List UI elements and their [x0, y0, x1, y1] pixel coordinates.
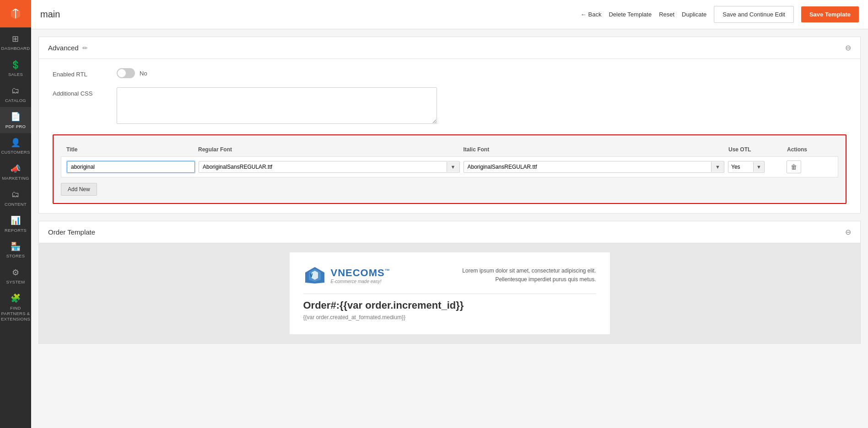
duplicate-link[interactable]: Duplicate	[682, 11, 706, 18]
sidebar-item-sales[interactable]: 💲 SALES	[0, 55, 31, 81]
regular-font-select-wrapper: AboriginalSansREGULAR.ttf ▼	[199, 161, 460, 173]
advanced-section-body: Enabled RTL No Additional CSS	[39, 59, 860, 213]
order-template-section-header[interactable]: Order Template ⊖	[39, 221, 860, 243]
delete-font-button[interactable]: 🗑	[787, 160, 801, 173]
use-otl-select[interactable]: Yes No	[728, 161, 753, 172]
header-actions: ← Back Delete Template Reset Duplicate S…	[581, 6, 859, 23]
rtl-toggle[interactable]	[117, 68, 135, 78]
additional-css-control	[117, 87, 437, 125]
use-otl-dropdown-arrow[interactable]: ▼	[753, 162, 764, 172]
order-logo: V VNECOMS™ E-commerce made easy!	[303, 266, 390, 284]
extensions-icon: 🧩	[11, 293, 21, 304]
save-continue-button[interactable]: Save and Continue Edit	[714, 6, 794, 23]
font-useotl-cell: Yes No ▼	[728, 161, 783, 173]
italic-font-select[interactable]: AboriginalSansREGULAR.ttf	[464, 161, 712, 172]
order-template-section: Order Template ⊖ V	[38, 221, 861, 344]
enabled-rtl-label: Enabled RTL	[53, 68, 117, 78]
font-table-row: AboriginalSansREGULAR.ttf ▼ AboriginalSa…	[61, 156, 838, 177]
regular-font-dropdown-arrow[interactable]: ▼	[447, 162, 459, 172]
advanced-section-toggle[interactable]: ⊖	[845, 43, 851, 52]
dashboard-icon: ⊞	[12, 34, 19, 44]
magento-logo[interactable]	[0, 0, 31, 27]
top-header: main ← Back Delete Template Reset Duplic…	[31, 0, 868, 29]
font-title-input[interactable]	[67, 161, 195, 173]
marketing-icon: 📣	[11, 164, 21, 174]
order-template-date: {{var order.created_at_formated.medium}}	[303, 314, 596, 321]
order-template-section-title: Order Template	[48, 228, 95, 236]
customers-icon: 👤	[11, 138, 21, 148]
stores-icon: 🏪	[11, 241, 21, 252]
order-divider	[303, 294, 596, 294]
regular-font-select[interactable]: AboriginalSansREGULAR.ttf	[199, 161, 447, 172]
page-body: Advanced ✏ ⊖ Enabled RTL No Additional C…	[31, 29, 868, 428]
delete-template-link[interactable]: Delete Template	[609, 11, 652, 18]
system-icon: ⚙	[12, 268, 19, 278]
order-description: Lorem ipsum dolor sit amet, consectetur …	[462, 267, 596, 284]
font-italic-cell: AboriginalSansREGULAR.ttf ▼	[464, 161, 725, 173]
back-link[interactable]: ← Back	[581, 11, 602, 18]
additional-css-label: Additional CSS	[53, 87, 117, 97]
font-regular-cell: AboriginalSansREGULAR.ttf ▼	[199, 161, 460, 173]
advanced-section: Advanced ✏ ⊖ Enabled RTL No Additional C…	[38, 37, 861, 214]
sidebar-item-customers[interactable]: 👤 CUSTOMERS	[0, 133, 31, 159]
additional-css-input[interactable]	[117, 87, 437, 124]
sidebar-item-pdfpro[interactable]: 📄 PDF PRO	[0, 107, 31, 133]
order-brand-name: VNECOMS™	[331, 267, 390, 279]
order-template-title: Order#:{{var order.increment_id}}	[303, 300, 596, 311]
sidebar-item-reports[interactable]: 📊 REPORTS	[0, 211, 31, 237]
col-actions-header: Actions	[787, 146, 833, 153]
italic-font-dropdown-arrow[interactable]: ▼	[711, 162, 724, 172]
sidebar-item-system[interactable]: ⚙ SYSTEM	[0, 263, 31, 289]
sidebar-item-dashboard[interactable]: ⊞ DASHBOARD	[0, 29, 31, 55]
reset-link[interactable]: Reset	[659, 11, 674, 18]
use-otl-select-wrapper: Yes No ▼	[728, 161, 765, 173]
sidebar-item-extensions[interactable]: 🧩 FIND PARTNERS & EXTENSIONS	[0, 289, 31, 326]
svg-text:V: V	[310, 273, 313, 278]
sidebar-item-catalog[interactable]: 🗂 CATALOG	[0, 81, 31, 107]
catalog-icon: 🗂	[11, 86, 20, 96]
advanced-section-header[interactable]: Advanced ✏ ⊖	[39, 37, 860, 59]
order-logo-row: V VNECOMS™ E-commerce made easy! Lorem i…	[303, 266, 596, 284]
sidebar-item-stores[interactable]: 🏪 STORES	[0, 237, 31, 263]
sidebar-item-content[interactable]: 🗂 CONTENT	[0, 185, 31, 211]
enabled-rtl-control: No	[117, 68, 437, 78]
vnecoms-logo-svg: V	[303, 266, 326, 284]
sales-icon: 💲	[11, 60, 21, 70]
back-arrow-icon: ←	[581, 11, 587, 18]
main-content: main ← Back Delete Template Reset Duplic…	[31, 0, 868, 428]
font-actions-cell: 🗑	[787, 160, 832, 173]
edit-icon[interactable]: ✏	[82, 44, 88, 52]
font-table-header: Title Regular Font Italic Font Use OTL A…	[61, 143, 838, 156]
order-tagline: E-commerce made easy!	[331, 279, 390, 284]
additional-css-row: Additional CSS	[53, 87, 846, 125]
advanced-section-title: Advanced ✏	[48, 44, 88, 52]
sidebar: ⊞ DASHBOARD 💲 SALES 🗂 CATALOG 📄 PDF PRO …	[0, 0, 31, 428]
pdfpro-icon: 📄	[11, 112, 21, 122]
page-title: main	[40, 9, 60, 20]
rtl-toggle-label: No	[140, 70, 147, 77]
sidebar-item-marketing[interactable]: 📣 MARKETING	[0, 159, 31, 185]
reports-icon: 📊	[11, 215, 21, 226]
add-new-font-button[interactable]: Add New	[61, 183, 97, 196]
col-use-otl-header: Use OTL	[728, 146, 783, 153]
order-preview-inner: V VNECOMS™ E-commerce made easy! Lorem i…	[290, 252, 610, 334]
content-icon: 🗂	[11, 189, 20, 200]
order-preview: V VNECOMS™ E-commerce made easy! Lorem i…	[39, 243, 860, 343]
col-regular-font-header: Regular Font	[198, 146, 460, 153]
col-italic-font-header: Italic Font	[464, 146, 725, 153]
italic-font-select-wrapper: AboriginalSansREGULAR.ttf ▼	[464, 161, 725, 173]
font-title-cell	[67, 161, 195, 173]
col-title-header: Title	[66, 146, 194, 153]
save-template-button[interactable]: Save Template	[801, 6, 859, 22]
order-template-section-toggle[interactable]: ⊖	[845, 228, 851, 236]
order-brand-text: VNECOMS™ E-commerce made easy!	[331, 267, 390, 284]
enabled-rtl-row: Enabled RTL No	[53, 68, 846, 78]
font-table-wrapper: Title Regular Font Italic Font Use OTL A…	[53, 134, 846, 204]
